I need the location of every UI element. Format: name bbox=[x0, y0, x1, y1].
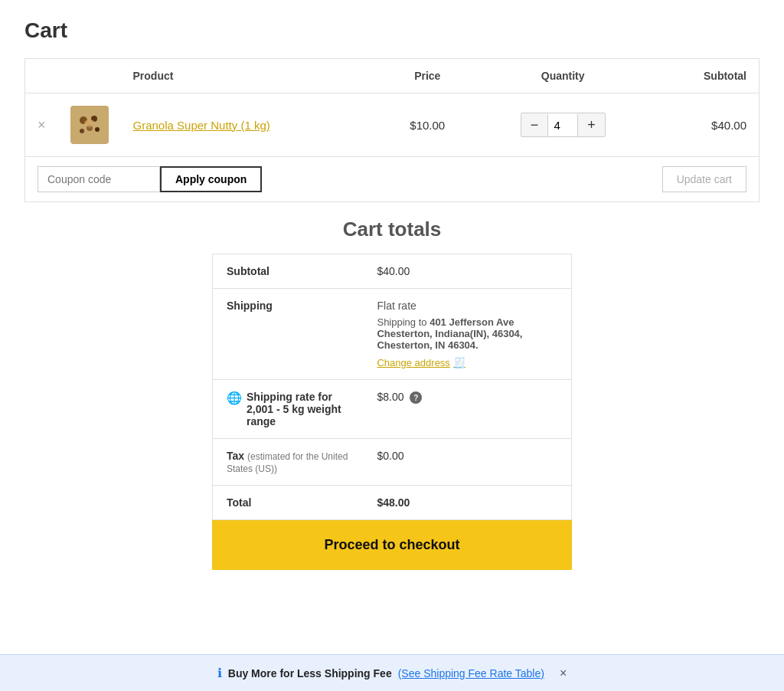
coupon-input[interactable] bbox=[38, 166, 160, 192]
total-row: Total $48.00 bbox=[213, 486, 572, 520]
col-remove bbox=[25, 59, 58, 93]
item-subtotal: $40.00 bbox=[711, 119, 746, 132]
product-image bbox=[70, 106, 109, 144]
cart-item-row: × Granola Super Nutty bbox=[25, 93, 760, 157]
shipping-label: Shipping bbox=[213, 289, 364, 380]
subtotal-row: Subtotal $40.00 bbox=[213, 254, 572, 289]
help-icon[interactable]: ? bbox=[410, 391, 422, 404]
col-product: Product bbox=[121, 59, 380, 93]
subtotal-label: Subtotal bbox=[213, 254, 364, 289]
shipping-rate-label-cell: 🌐 Shipping rate for 2,001 - 5 kg weight … bbox=[213, 380, 364, 439]
tax-label: Tax bbox=[227, 450, 244, 462]
totals-table: Subtotal $40.00 Shipping Flat rate Shipp… bbox=[212, 254, 572, 520]
shipping-address: Shipping to 401 Jefferson Ave Chesterton… bbox=[377, 316, 557, 351]
change-address-label: Change address bbox=[377, 357, 449, 368]
cart-table: Product Price Quantity Subtotal × bbox=[24, 58, 760, 202]
col-img bbox=[58, 59, 121, 93]
page-title: Cart bbox=[24, 18, 760, 43]
cart-totals-title: Cart totals bbox=[212, 218, 572, 241]
shipping-type: Flat rate bbox=[377, 300, 416, 312]
item-price: $10.00 bbox=[410, 119, 445, 132]
cart-totals-section: Cart totals Subtotal $40.00 Shipping Fla… bbox=[212, 218, 572, 570]
shipping-rate-value-cell: $8.00 ? bbox=[363, 380, 571, 439]
shipping-value: Flat rate Shipping to 401 Jefferson Ave … bbox=[363, 289, 571, 380]
change-address-link[interactable]: Change address 🧾 bbox=[377, 357, 465, 368]
quantity-decrease-button[interactable]: − bbox=[521, 113, 548, 136]
svg-point-5 bbox=[80, 129, 84, 133]
tax-value: $0.00 bbox=[363, 439, 571, 486]
col-quantity: Quantity bbox=[475, 59, 651, 93]
tax-label-cell: Tax (estimated for the United States (US… bbox=[213, 439, 364, 486]
total-value: $48.00 bbox=[363, 486, 571, 520]
shipping-rate-row: 🌐 Shipping rate for 2,001 - 5 kg weight … bbox=[213, 380, 572, 439]
shipping-to-text: Shipping to bbox=[377, 316, 426, 328]
coupon-area: Apply coupon bbox=[38, 166, 262, 192]
product-link[interactable]: Granola Super Nutty (1 kg) bbox=[133, 119, 270, 132]
tax-note: (estimated for the United States (US)) bbox=[227, 451, 348, 474]
total-label: Total bbox=[213, 486, 364, 520]
quantity-control: − + bbox=[521, 113, 606, 137]
svg-point-4 bbox=[95, 127, 100, 132]
subtotal-value: $40.00 bbox=[363, 254, 571, 289]
remove-item-button[interactable]: × bbox=[38, 118, 46, 132]
shipping-rate-emoji: 🌐 bbox=[227, 391, 242, 405]
quantity-input[interactable] bbox=[547, 114, 578, 136]
coupon-row: Apply coupon Update cart bbox=[25, 157, 760, 202]
shipping-rate-value: $8.00 bbox=[377, 391, 403, 403]
col-price: Price bbox=[380, 59, 475, 93]
col-subtotal: Subtotal bbox=[651, 59, 760, 93]
address-icon: 🧾 bbox=[453, 357, 466, 368]
quantity-increase-button[interactable]: + bbox=[578, 113, 605, 136]
tax-row: Tax (estimated for the United States (US… bbox=[213, 439, 572, 486]
shipping-rate-label-text: Shipping rate for 2,001 - 5 kg weight ra… bbox=[247, 391, 349, 427]
apply-coupon-button[interactable]: Apply coupon bbox=[160, 166, 262, 192]
update-cart-button[interactable]: Update cart bbox=[662, 166, 746, 192]
proceed-to-checkout-button[interactable]: Proceed to checkout bbox=[212, 520, 572, 570]
svg-point-6 bbox=[84, 120, 95, 127]
shipping-row: Shipping Flat rate Shipping to 401 Jeffe… bbox=[213, 289, 572, 380]
